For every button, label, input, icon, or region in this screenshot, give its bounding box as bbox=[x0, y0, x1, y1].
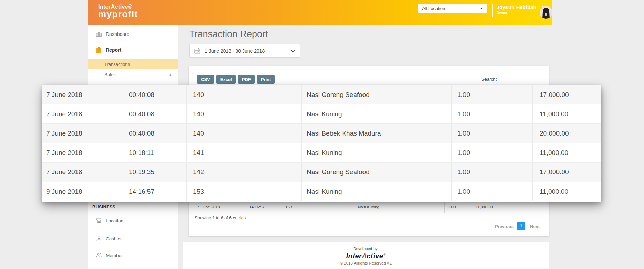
cell-item: Nasi Bebek Khas Madura bbox=[302, 124, 452, 143]
pagination-next[interactable]: Next bbox=[530, 224, 540, 229]
page-footer: Developed by: InterΛctive® © 2018 Allrig… bbox=[183, 242, 549, 269]
avatar-photo-icon bbox=[540, 6, 552, 19]
cell-amount: 20,000.00 bbox=[533, 124, 601, 143]
user-role: Owner bbox=[497, 11, 547, 15]
collapse-minus-icon[interactable]: − bbox=[169, 47, 172, 53]
cell-date: 7 June 2018 bbox=[42, 104, 123, 123]
sidebar-item-cashier[interactable]: Cashier bbox=[88, 233, 178, 244]
print-button[interactable]: Print bbox=[257, 75, 275, 84]
cell-time: 14:16:57 bbox=[246, 201, 282, 213]
cell-receipt: 140 bbox=[187, 85, 302, 104]
app-root: InterActive® myprofit All Location Joysu… bbox=[0, 0, 644, 269]
sidebar-item-member[interactable]: Member bbox=[88, 250, 178, 260]
csv-button[interactable]: CSV bbox=[197, 75, 214, 84]
calendar-icon bbox=[194, 48, 200, 54]
cell-amount: 11,000.00 bbox=[533, 143, 601, 162]
cell-date: 9 June 2018 bbox=[42, 182, 123, 201]
cell-qty: 1.00 bbox=[452, 104, 533, 123]
cell-qty: 1.00 bbox=[452, 124, 533, 143]
table-row: 9 June 2018 14:16:57 153 Nasi Kuning 1.0… bbox=[195, 201, 541, 213]
cell-time: 10:19:35 bbox=[123, 163, 187, 182]
cell-date: 9 June 2018 bbox=[195, 201, 246, 213]
table-row: 9 June 2018 14:16:57 153 Nasi Kuning 1.0… bbox=[42, 182, 601, 201]
table-row: 7 June 2018 00:40:08 140 Nasi Goreng Sea… bbox=[42, 85, 601, 104]
header-divider bbox=[492, 4, 493, 17]
cell-qty: 1.00 bbox=[452, 163, 533, 182]
bar-chart-icon bbox=[95, 31, 102, 37]
magnified-table-overlay: 7 June 2018 00:40:08 140 Nasi Goreng Sea… bbox=[42, 85, 601, 202]
entries-summary: Showing 1 to 6 of 6 entries bbox=[195, 216, 246, 220]
logo-line-myprofit: myprofit bbox=[98, 9, 138, 19]
sidebar-item-label: Location bbox=[106, 218, 123, 223]
user-name: Joysun Habibah bbox=[497, 4, 536, 10]
developed-by-label: Developed by: bbox=[183, 242, 549, 251]
export-buttons: CSV Excel PDF Print bbox=[197, 75, 275, 84]
cell-amount: 17,000.00 bbox=[533, 163, 601, 182]
user-menu[interactable]: Joysun Habibah Owner bbox=[497, 4, 547, 15]
brand-letter-a: Λ bbox=[362, 252, 367, 260]
table-row: 7 June 2018 10:18:11 141 Nasi Kuning 1.0… bbox=[42, 143, 601, 162]
date-range-selector[interactable]: 1 June 2018 - 30 June 2018 bbox=[189, 44, 300, 58]
search-label: Search: bbox=[481, 77, 497, 82]
page-title: Transaction Report bbox=[189, 29, 268, 40]
cell-qty: 1.00 bbox=[445, 201, 472, 213]
pagination-page-1[interactable]: 1 bbox=[517, 222, 525, 230]
cell-amount: 11,000.00 bbox=[533, 104, 601, 123]
sidebar-item-location[interactable]: Location bbox=[88, 216, 178, 226]
app-logo: InterActive® myprofit bbox=[98, 4, 138, 19]
cell-receipt: 153 bbox=[282, 201, 355, 213]
location-select[interactable]: All Location bbox=[418, 4, 487, 13]
cell-item: Nasi Kuning bbox=[302, 182, 452, 201]
sidebar-item-report[interactable]: Report − bbox=[88, 45, 178, 55]
cell-date: 7 June 2018 bbox=[42, 124, 123, 143]
sidebar-item-label: Member bbox=[106, 253, 123, 258]
avatar[interactable] bbox=[540, 6, 552, 19]
brand-text-pre: Inter bbox=[346, 252, 362, 260]
excel-button[interactable]: Excel bbox=[216, 75, 236, 84]
cell-qty: 1.00 bbox=[452, 85, 533, 104]
cell-amount: 11,000.00 bbox=[533, 182, 601, 201]
top-header: InterActive® myprofit All Location Joysu… bbox=[88, 0, 552, 25]
cell-receipt: 153 bbox=[187, 182, 302, 201]
registered-mark: ® bbox=[383, 253, 386, 256]
cell-amount: 11,000.00 bbox=[472, 201, 541, 213]
sidebar-section-business: BUSINESS bbox=[92, 205, 115, 209]
brand-text-post: ctive bbox=[367, 252, 383, 260]
search-input[interactable] bbox=[498, 74, 543, 83]
location-select-value: All Location bbox=[422, 6, 445, 11]
cell-time: 10:18:11 bbox=[123, 143, 187, 162]
expand-plus-icon[interactable]: + bbox=[169, 72, 172, 78]
copyright-text: © 2018 Allrights Reserved v.1 bbox=[183, 261, 549, 265]
pagination-previous[interactable]: Previous bbox=[495, 224, 514, 229]
clipboard-icon bbox=[95, 47, 102, 53]
cell-receipt: 140 bbox=[187, 124, 302, 143]
caret-down-icon bbox=[480, 8, 483, 9]
sidebar-item-transactions[interactable]: Transactions bbox=[88, 59, 178, 69]
cell-qty: 1.00 bbox=[452, 182, 533, 201]
table-row: 7 June 2018 10:19:35 142 Nasi Goreng Sea… bbox=[42, 163, 601, 182]
sidebar-item-label: Dashboard bbox=[106, 31, 130, 37]
cell-item: Nasi Kuning bbox=[302, 104, 452, 123]
cell-receipt: 141 bbox=[187, 143, 302, 162]
sidebar-item-label: Sales bbox=[104, 72, 116, 77]
cell-item: Nasi Kuning bbox=[355, 201, 445, 213]
sidebar-item-label: Transactions bbox=[104, 62, 130, 67]
table-row: 7 June 2018 00:40:08 140 Nasi Kuning 1.0… bbox=[42, 104, 601, 124]
cell-date: 7 June 2018 bbox=[42, 85, 123, 104]
cell-receipt: 142 bbox=[187, 163, 302, 182]
sidebar-item-label: Report bbox=[106, 47, 121, 53]
cell-time: 00:40:08 bbox=[123, 104, 187, 123]
cell-time: 00:40:08 bbox=[123, 85, 187, 104]
sidebar-item-dashboard[interactable]: Dashboard bbox=[88, 29, 178, 39]
people-icon bbox=[95, 252, 102, 258]
cell-date: 7 June 2018 bbox=[42, 143, 123, 162]
cell-amount: 17,000.00 bbox=[533, 85, 601, 104]
table-row: 7 June 2018 00:40:08 140 Nasi Bebek Khas… bbox=[42, 124, 601, 143]
chevron-down-icon bbox=[290, 50, 295, 52]
pdf-button[interactable]: PDF bbox=[238, 75, 255, 84]
cell-time: 00:40:08 bbox=[123, 124, 187, 143]
interactive-brand-logo: InterΛctive® bbox=[183, 252, 549, 260]
cell-receipt: 140 bbox=[187, 104, 302, 123]
person-icon bbox=[95, 236, 102, 242]
sidebar-item-sales[interactable]: Sales + bbox=[88, 69, 178, 80]
